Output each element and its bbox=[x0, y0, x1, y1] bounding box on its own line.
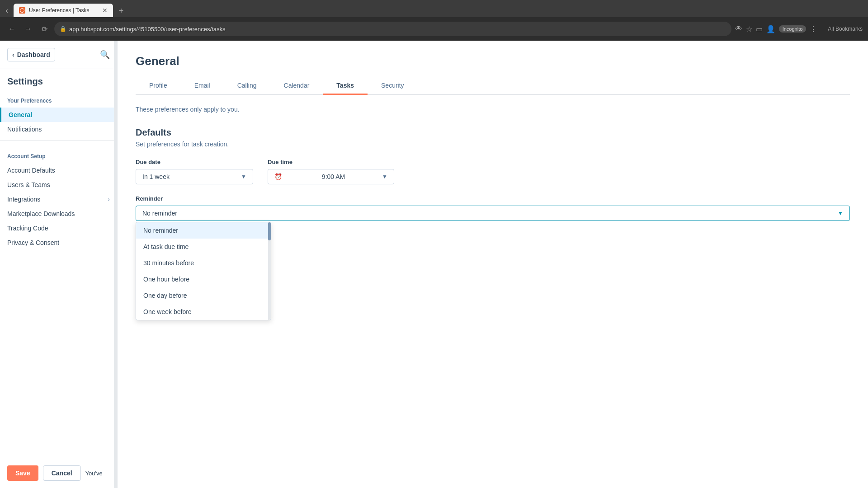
reminder-option-one-week[interactable]: One week before bbox=[136, 304, 268, 320]
bookmarks-label: All Bookmarks bbox=[828, 26, 863, 32]
sidebar-item-users-teams[interactable]: Users & Teams bbox=[0, 178, 117, 192]
privacy-consent-label: Privacy & Consent bbox=[7, 239, 59, 246]
sidebar-item-privacy-consent[interactable]: Privacy & Consent bbox=[0, 235, 117, 250]
tab-bar: Profile Email Calling Calendar Tasks Sec… bbox=[136, 77, 850, 95]
active-browser-tab[interactable]: User Preferences | Tasks ✕ bbox=[14, 4, 113, 17]
account-setup-section: Account Setup bbox=[0, 144, 117, 163]
integrations-label: Integrations bbox=[7, 196, 40, 203]
star-icon[interactable]: ☆ bbox=[746, 25, 752, 33]
reload-button[interactable]: ⟳ bbox=[38, 23, 51, 35]
sidebar: ‹ Dashboard 🔍 Settings Your Preferences … bbox=[0, 41, 118, 488]
address-bar[interactable]: 🔒 app.hubspot.com/settings/45105500/user… bbox=[54, 22, 731, 36]
reminder-option-at-due-time[interactable]: At task due time bbox=[136, 239, 268, 255]
one-week-label: One week before bbox=[143, 308, 192, 315]
reminder-option-one-day[interactable]: One day before bbox=[136, 287, 268, 304]
reminder-trigger[interactable]: No reminder ▼ bbox=[136, 206, 850, 221]
eye-icon[interactable]: 👁 bbox=[735, 25, 742, 33]
due-date-trigger[interactable]: In 1 week ▼ bbox=[136, 169, 253, 184]
browser-tabs: ‹ User Preferences | Tasks ✕ + bbox=[0, 0, 868, 17]
save-button[interactable]: Save bbox=[7, 465, 38, 481]
due-date-chevron-icon: ▼ bbox=[241, 174, 246, 180]
defaults-section: Defaults Set preferences for task creati… bbox=[136, 127, 850, 239]
due-time-label: Due time bbox=[268, 159, 394, 165]
due-time-group: Due time ⏰ 9:00 AM ▼ bbox=[268, 159, 394, 184]
due-date-value: In 1 week bbox=[142, 173, 170, 180]
forward-button[interactable]: → bbox=[22, 23, 34, 35]
general-label: General bbox=[9, 111, 32, 118]
reminder-label: Reminder bbox=[136, 195, 850, 202]
tab-profile[interactable]: Profile bbox=[136, 77, 181, 95]
main-content: General Profile Email Calling Calendar T… bbox=[118, 41, 868, 488]
page-title: General bbox=[136, 54, 850, 68]
profile-icon[interactable]: 👤 bbox=[766, 25, 775, 33]
extensions-icon[interactable]: ▭ bbox=[756, 25, 763, 33]
sidebar-scrollbar[interactable] bbox=[114, 41, 118, 488]
lock-icon: 🔒 bbox=[60, 26, 66, 32]
tab-back-icon[interactable]: ‹ bbox=[4, 4, 10, 17]
tab-calendar[interactable]: Calendar bbox=[270, 77, 323, 95]
reminder-dropdown-menu: No reminder At task due time 30 minutes … bbox=[136, 222, 271, 320]
due-time-trigger[interactable]: ⏰ 9:00 AM ▼ bbox=[268, 169, 394, 184]
nav-actions: 👁 ☆ ▭ 👤 Incognito ⋮ All Bookmarks bbox=[735, 25, 863, 33]
users-teams-label: Users & Teams bbox=[7, 181, 50, 188]
defaults-subtitle: Set preferences for task creation. bbox=[136, 141, 850, 148]
preferences-note: These preferences only apply to you. bbox=[136, 106, 850, 113]
sidebar-item-marketplace[interactable]: Marketplace Downloads bbox=[0, 206, 117, 221]
chevron-left-icon: ‹ bbox=[12, 51, 14, 58]
dashboard-label: Dashboard bbox=[17, 51, 50, 58]
reminder-option-one-hour[interactable]: One hour before bbox=[136, 271, 268, 287]
reminder-value: No reminder bbox=[142, 210, 177, 217]
tab-tasks[interactable]: Tasks bbox=[323, 77, 368, 95]
reminder-group: Reminder No reminder ▼ No reminder bbox=[136, 195, 850, 221]
reminder-dropdown-scroll[interactable]: No reminder At task due time 30 minutes … bbox=[136, 222, 268, 320]
one-day-label: One day before bbox=[143, 292, 187, 299]
30-min-label: 30 minutes before bbox=[143, 259, 194, 267]
tab-favicon bbox=[19, 7, 25, 14]
at-due-time-label: At task due time bbox=[143, 243, 189, 250]
address-text: app.hubspot.com/settings/45105500/user-p… bbox=[69, 26, 225, 33]
saved-notice: You've bbox=[85, 465, 103, 481]
clock-icon: ⏰ bbox=[274, 173, 282, 180]
due-date-time-row: Due date In 1 week ▼ Due time ⏰ bbox=[136, 159, 850, 184]
due-date-group: Due date In 1 week ▼ bbox=[136, 159, 253, 184]
reminder-option-30-min[interactable]: 30 minutes before bbox=[136, 255, 268, 271]
tab-security[interactable]: Security bbox=[368, 77, 418, 95]
sidebar-footer: Save Cancel You've bbox=[0, 458, 117, 488]
scrollbar-thumb bbox=[268, 222, 271, 240]
tab-title: User Preferences | Tasks bbox=[29, 7, 90, 14]
menu-icon[interactable]: ⋮ bbox=[810, 25, 817, 33]
defaults-title: Defaults bbox=[136, 127, 850, 138]
browser-nav: ← → ⟳ 🔒 app.hubspot.com/settings/4510550… bbox=[0, 17, 868, 41]
settings-title: Settings bbox=[7, 76, 110, 87]
tracking-code-label: Tracking Code bbox=[7, 225, 48, 232]
sidebar-divider-1 bbox=[0, 140, 117, 141]
new-tab-button[interactable]: + bbox=[115, 5, 127, 17]
due-time-value: 9:00 AM bbox=[322, 173, 345, 180]
reminder-dropdown-container: No reminder ▼ No reminder bbox=[136, 206, 850, 221]
your-preferences-section: Your Preferences bbox=[0, 89, 117, 108]
due-date-select[interactable]: In 1 week ▼ bbox=[136, 169, 253, 184]
no-reminder-label: No reminder bbox=[143, 227, 178, 234]
tab-close-button[interactable]: ✕ bbox=[102, 7, 108, 14]
notifications-label: Notifications bbox=[7, 126, 42, 133]
tab-calling[interactable]: Calling bbox=[224, 77, 270, 95]
sidebar-scroll: Settings Your Preferences General Notifi… bbox=[0, 69, 117, 458]
due-time-select[interactable]: ⏰ 9:00 AM ▼ bbox=[268, 169, 394, 184]
cancel-button[interactable]: Cancel bbox=[43, 465, 81, 481]
app-layout: ‹ Dashboard 🔍 Settings Your Preferences … bbox=[0, 41, 868, 488]
sidebar-item-general[interactable]: General bbox=[0, 108, 117, 122]
dashboard-button[interactable]: ‹ Dashboard bbox=[7, 48, 55, 61]
tab-email[interactable]: Email bbox=[181, 77, 224, 95]
account-defaults-label: Account Defaults bbox=[7, 167, 55, 174]
back-button[interactable]: ← bbox=[5, 23, 18, 35]
reminder-chevron-icon: ▼ bbox=[838, 210, 843, 216]
integrations-chevron-icon: › bbox=[108, 196, 110, 203]
sidebar-item-integrations[interactable]: Integrations › bbox=[0, 192, 117, 206]
reminder-option-no-reminder[interactable]: No reminder bbox=[136, 222, 268, 239]
dropdown-scrollbar[interactable] bbox=[268, 222, 271, 320]
sidebar-item-account-defaults[interactable]: Account Defaults bbox=[0, 163, 117, 178]
one-hour-label: One hour before bbox=[143, 276, 189, 283]
sidebar-item-tracking-code[interactable]: Tracking Code bbox=[0, 221, 117, 235]
search-icon[interactable]: 🔍 bbox=[100, 50, 110, 60]
sidebar-item-notifications[interactable]: Notifications bbox=[0, 122, 117, 136]
